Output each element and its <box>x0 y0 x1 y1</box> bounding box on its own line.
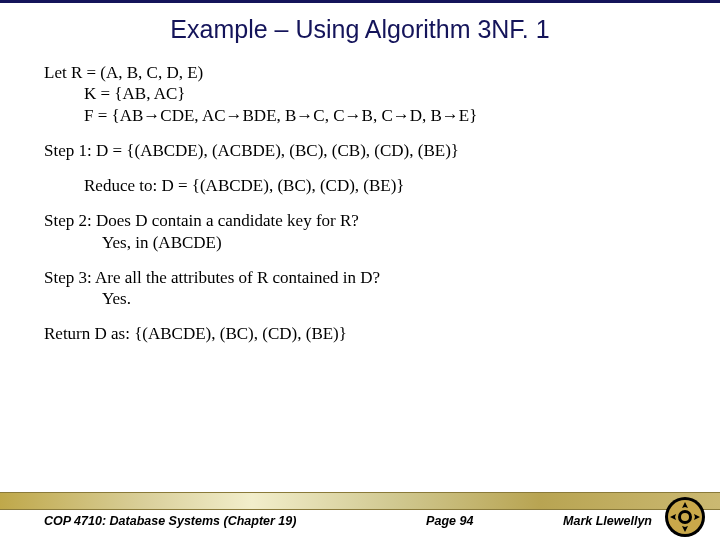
arrow-icon: → <box>296 106 313 125</box>
let-r-line: Let R = (A, B, C, D, E) K = {AB, AC} F =… <box>44 62 680 126</box>
text: E} <box>459 106 478 125</box>
footer-bar <box>0 492 720 510</box>
slide-body: Let R = (A, B, C, D, E) K = {AB, AC} F =… <box>0 62 720 345</box>
text: BDE, B <box>243 106 297 125</box>
slide-title: Example – Using Algorithm 3NF. 1 <box>0 3 720 62</box>
reduce-line: Reduce to: D = {(ABCDE), (BC), (CD), (BE… <box>44 175 680 196</box>
step3-line: Step 3: Are all the attributes of R cont… <box>44 267 680 310</box>
text: CDE, AC <box>160 106 225 125</box>
text: D, B <box>410 106 442 125</box>
footer-course: COP 4710: Database Systems (Chapter 19) <box>44 514 296 528</box>
text: F = {AB→CDE, AC→BDE, B→C, C→B, C→D, B→E} <box>44 105 477 126</box>
text: C, C <box>313 106 344 125</box>
text: B, C <box>362 106 393 125</box>
ucf-logo-icon <box>664 496 706 538</box>
footer: COP 4710: Database Systems (Chapter 19) … <box>0 492 720 540</box>
text: Yes, in (ABCDE) <box>44 232 222 253</box>
arrow-icon: → <box>442 106 459 125</box>
return-line: Return D as: {(ABCDE), (BC), (CD), (BE)} <box>44 323 680 344</box>
text: Step 3: Are all the attributes of R cont… <box>44 268 380 287</box>
text: Step 2: Does D contain a candidate key f… <box>44 211 359 230</box>
footer-page: Page 94 <box>426 514 473 528</box>
text: F = {AB <box>84 106 143 125</box>
arrow-icon: → <box>226 106 243 125</box>
text: K = {AB, AC} <box>44 83 185 104</box>
step1-line: Step 1: D = {(ABCDE), (ACBDE), (BC), (CB… <box>44 140 680 161</box>
arrow-icon: → <box>345 106 362 125</box>
text: Yes. <box>44 288 131 309</box>
arrow-icon: → <box>143 106 160 125</box>
footer-text-row: COP 4710: Database Systems (Chapter 19) … <box>0 510 720 528</box>
footer-author: Mark Llewellyn <box>563 514 652 528</box>
arrow-icon: → <box>393 106 410 125</box>
step2-line: Step 2: Does D contain a candidate key f… <box>44 210 680 253</box>
svg-point-3 <box>681 513 689 521</box>
text: Let R = (A, B, C, D, E) <box>44 63 203 82</box>
